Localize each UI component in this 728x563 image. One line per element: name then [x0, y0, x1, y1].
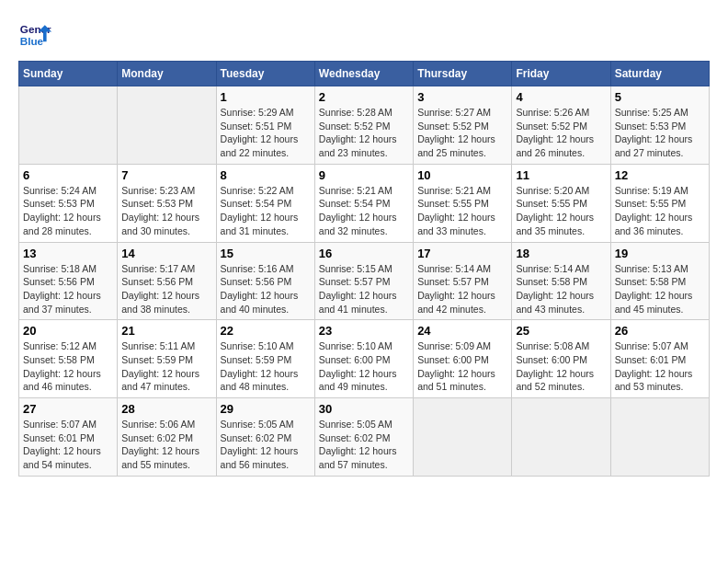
- day-number: 12: [615, 168, 705, 182]
- calendar-week-3: 13Sunrise: 5:18 AMSunset: 5:56 PMDayligh…: [19, 242, 710, 320]
- day-info: Sunrise: 5:21 AMSunset: 5:55 PMDaylight:…: [417, 184, 507, 238]
- weekday-row: SundayMondayTuesdayWednesdayThursdayFrid…: [19, 62, 710, 86]
- day-number: 10: [417, 168, 507, 182]
- calendar-cell: 7Sunrise: 5:23 AMSunset: 5:53 PMDaylight…: [118, 164, 216, 242]
- calendar-cell: [19, 86, 118, 165]
- day-info: Sunrise: 5:29 AMSunset: 5:51 PMDaylight:…: [221, 106, 311, 160]
- calendar-cell: 5Sunrise: 5:25 AMSunset: 5:53 PMDaylight…: [610, 86, 709, 165]
- weekday-header-tuesday: Tuesday: [216, 62, 314, 86]
- day-number: 29: [221, 402, 311, 416]
- day-number: 1: [221, 90, 311, 104]
- calendar-week-5: 27Sunrise: 5:07 AMSunset: 6:01 PMDayligh…: [19, 398, 710, 477]
- day-info: Sunrise: 5:24 AMSunset: 5:53 PMDaylight:…: [23, 184, 113, 238]
- calendar-cell: 23Sunrise: 5:10 AMSunset: 6:00 PMDayligh…: [314, 320, 413, 398]
- calendar-table: SundayMondayTuesdayWednesdayThursdayFrid…: [18, 61, 710, 477]
- calendar-cell: 26Sunrise: 5:07 AMSunset: 6:01 PMDayligh…: [610, 320, 709, 398]
- day-info: Sunrise: 5:13 AMSunset: 5:58 PMDaylight:…: [615, 262, 705, 316]
- day-number: 17: [417, 247, 507, 260]
- day-info: Sunrise: 5:06 AMSunset: 6:02 PMDaylight:…: [121, 418, 211, 472]
- calendar-cell: 28Sunrise: 5:06 AMSunset: 6:02 PMDayligh…: [118, 398, 216, 477]
- day-number: 21: [121, 324, 211, 338]
- day-info: Sunrise: 5:26 AMSunset: 5:52 PMDaylight:…: [516, 106, 606, 160]
- day-number: 15: [221, 247, 311, 260]
- day-info: Sunrise: 5:16 AMSunset: 5:56 PMDaylight:…: [221, 262, 311, 316]
- calendar-week-2: 6Sunrise: 5:24 AMSunset: 5:53 PMDaylight…: [19, 164, 710, 242]
- calendar-cell: [512, 398, 610, 477]
- calendar-cell: 16Sunrise: 5:15 AMSunset: 5:57 PMDayligh…: [314, 242, 413, 320]
- calendar-cell: 11Sunrise: 5:20 AMSunset: 5:55 PMDayligh…: [512, 164, 610, 242]
- calendar-cell: 8Sunrise: 5:22 AMSunset: 5:54 PMDaylight…: [216, 164, 314, 242]
- day-info: Sunrise: 5:15 AMSunset: 5:57 PMDaylight:…: [319, 262, 409, 316]
- calendar-cell: 2Sunrise: 5:28 AMSunset: 5:52 PMDaylight…: [314, 86, 413, 165]
- calendar-header: SundayMondayTuesdayWednesdayThursdayFrid…: [19, 62, 710, 86]
- calendar-week-1: 1Sunrise: 5:29 AMSunset: 5:51 PMDaylight…: [19, 86, 710, 165]
- day-number: 4: [516, 90, 606, 104]
- day-number: 20: [23, 324, 113, 338]
- day-number: 26: [615, 324, 705, 338]
- day-info: Sunrise: 5:14 AMSunset: 5:57 PMDaylight:…: [417, 262, 507, 316]
- calendar-cell: 27Sunrise: 5:07 AMSunset: 6:01 PMDayligh…: [19, 398, 118, 477]
- calendar-cell: 20Sunrise: 5:12 AMSunset: 5:58 PMDayligh…: [19, 320, 118, 398]
- day-number: 28: [121, 402, 211, 416]
- calendar-cell: 15Sunrise: 5:16 AMSunset: 5:56 PMDayligh…: [216, 242, 314, 320]
- day-number: 24: [417, 324, 507, 338]
- day-number: 2: [319, 90, 409, 104]
- day-number: 3: [417, 90, 507, 104]
- day-info: Sunrise: 5:05 AMSunset: 6:02 PMDaylight:…: [319, 418, 409, 472]
- weekday-header-wednesday: Wednesday: [314, 62, 413, 86]
- day-number: 7: [121, 168, 211, 182]
- calendar-cell: 29Sunrise: 5:05 AMSunset: 6:02 PMDayligh…: [216, 398, 314, 477]
- day-number: 16: [319, 247, 409, 260]
- day-number: 13: [23, 247, 113, 260]
- day-info: Sunrise: 5:25 AMSunset: 5:53 PMDaylight:…: [615, 106, 705, 160]
- calendar-cell: [118, 86, 216, 165]
- day-number: 27: [23, 402, 113, 416]
- day-info: Sunrise: 5:20 AMSunset: 5:55 PMDaylight:…: [516, 184, 606, 238]
- calendar-cell: 14Sunrise: 5:17 AMSunset: 5:56 PMDayligh…: [118, 242, 216, 320]
- day-number: 25: [516, 324, 606, 338]
- page-header: General Blue: [18, 18, 710, 52]
- calendar-cell: 4Sunrise: 5:26 AMSunset: 5:52 PMDaylight…: [512, 86, 610, 165]
- day-info: Sunrise: 5:18 AMSunset: 5:56 PMDaylight:…: [23, 262, 113, 316]
- calendar-cell: 9Sunrise: 5:21 AMSunset: 5:54 PMDaylight…: [314, 164, 413, 242]
- svg-text:Blue: Blue: [20, 35, 44, 47]
- day-number: 8: [221, 168, 311, 182]
- calendar-cell: 25Sunrise: 5:08 AMSunset: 6:00 PMDayligh…: [512, 320, 610, 398]
- day-number: 6: [23, 168, 113, 182]
- calendar-cell: 1Sunrise: 5:29 AMSunset: 5:51 PMDaylight…: [216, 86, 314, 165]
- day-info: Sunrise: 5:14 AMSunset: 5:58 PMDaylight:…: [516, 262, 606, 316]
- weekday-header-monday: Monday: [118, 62, 216, 86]
- day-info: Sunrise: 5:10 AMSunset: 5:59 PMDaylight:…: [221, 339, 311, 394]
- day-info: Sunrise: 5:09 AMSunset: 6:00 PMDaylight:…: [417, 339, 507, 394]
- day-number: 22: [221, 324, 311, 338]
- day-info: Sunrise: 5:12 AMSunset: 5:58 PMDaylight:…: [23, 339, 113, 394]
- calendar-cell: 10Sunrise: 5:21 AMSunset: 5:55 PMDayligh…: [414, 164, 512, 242]
- day-info: Sunrise: 5:07 AMSunset: 6:01 PMDaylight:…: [23, 418, 113, 472]
- calendar-cell: 24Sunrise: 5:09 AMSunset: 6:00 PMDayligh…: [414, 320, 512, 398]
- calendar-cell: 6Sunrise: 5:24 AMSunset: 5:53 PMDaylight…: [19, 164, 118, 242]
- day-number: 30: [319, 402, 409, 416]
- day-info: Sunrise: 5:22 AMSunset: 5:54 PMDaylight:…: [221, 184, 311, 238]
- day-info: Sunrise: 5:17 AMSunset: 5:56 PMDaylight:…: [121, 262, 211, 316]
- weekday-header-saturday: Saturday: [610, 62, 709, 86]
- day-number: 19: [615, 247, 705, 260]
- calendar-cell: 19Sunrise: 5:13 AMSunset: 5:58 PMDayligh…: [610, 242, 709, 320]
- calendar-cell: 22Sunrise: 5:10 AMSunset: 5:59 PMDayligh…: [216, 320, 314, 398]
- day-number: 18: [516, 247, 606, 260]
- calendar-cell: 12Sunrise: 5:19 AMSunset: 5:55 PMDayligh…: [610, 164, 709, 242]
- day-info: Sunrise: 5:19 AMSunset: 5:55 PMDaylight:…: [615, 184, 705, 238]
- calendar-cell: 21Sunrise: 5:11 AMSunset: 5:59 PMDayligh…: [118, 320, 216, 398]
- day-number: 11: [516, 168, 606, 182]
- calendar-cell: [414, 398, 512, 477]
- calendar-cell: 18Sunrise: 5:14 AMSunset: 5:58 PMDayligh…: [512, 242, 610, 320]
- logo: General Blue: [18, 18, 57, 52]
- day-info: Sunrise: 5:23 AMSunset: 5:53 PMDaylight:…: [121, 184, 211, 238]
- day-info: Sunrise: 5:08 AMSunset: 6:00 PMDaylight:…: [516, 339, 606, 394]
- day-number: 14: [121, 247, 211, 260]
- day-info: Sunrise: 5:27 AMSunset: 5:52 PMDaylight:…: [417, 106, 507, 160]
- day-info: Sunrise: 5:10 AMSunset: 6:00 PMDaylight:…: [319, 339, 409, 394]
- day-info: Sunrise: 5:21 AMSunset: 5:54 PMDaylight:…: [319, 184, 409, 238]
- weekday-header-thursday: Thursday: [414, 62, 512, 86]
- weekday-header-sunday: Sunday: [19, 62, 118, 86]
- day-number: 23: [319, 324, 409, 338]
